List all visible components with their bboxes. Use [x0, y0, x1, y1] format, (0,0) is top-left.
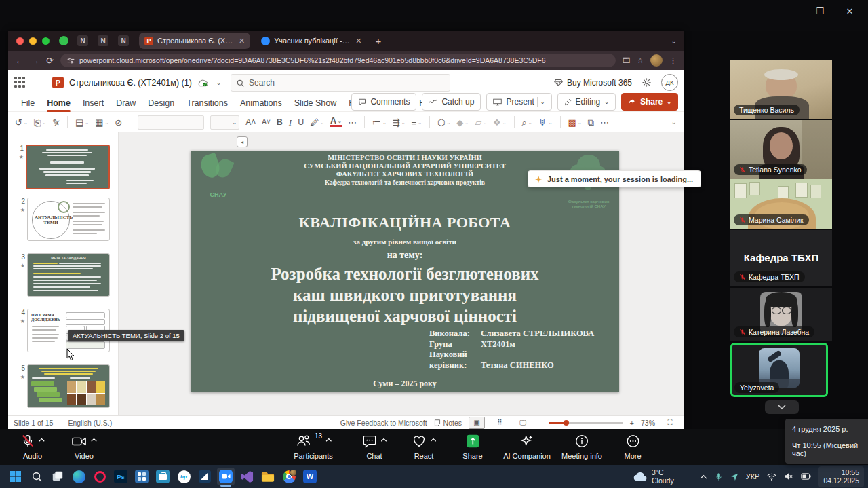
zoom-slider[interactable] [549, 422, 623, 424]
more-commands-button[interactable]: ⋯ [600, 118, 609, 127]
catch-up-button[interactable]: Catch up [422, 93, 481, 111]
zoom-level[interactable]: 73% [641, 419, 655, 427]
audio-options-chevron-icon[interactable] [39, 438, 45, 442]
new-tab-button[interactable]: + [375, 35, 381, 47]
present-button[interactable]: Present ⌄ [486, 93, 551, 111]
forward-icon[interactable]: → [31, 56, 39, 66]
file-explorer-icon[interactable] [259, 468, 277, 485]
pinned-tab-icon[interactable]: N [118, 35, 129, 46]
close-tab-icon[interactable]: ✕ [239, 37, 245, 45]
tab-zoom[interactable]: Учасник публікації - Zoom ✕ [256, 33, 367, 49]
menu-home[interactable]: Home [41, 95, 77, 111]
zoom-out-button[interactable]: – [538, 419, 542, 427]
photoshop-icon[interactable]: Ps [112, 468, 130, 485]
volume-muted-icon[interactable] [784, 472, 793, 481]
app-launcher-icon[interactable] [14, 77, 26, 89]
minimize-window-icon[interactable]: – [784, 5, 796, 18]
bullets-button[interactable]: ≔⌄ [372, 118, 387, 127]
numbering-button[interactable]: ⇶⌄ [393, 118, 406, 127]
paste-button[interactable]: ⎘⌄ [34, 118, 46, 127]
editing-mode-button[interactable]: Editing ⌄ [557, 93, 616, 111]
pinned-tab-icon[interactable]: N [77, 35, 88, 46]
language-indicator[interactable]: УКР [746, 472, 760, 481]
menu-file[interactable]: File [15, 95, 41, 111]
shrink-font-button[interactable]: A˅ [262, 119, 271, 126]
toolbox-app-icon[interactable] [154, 468, 172, 485]
close-tab-icon[interactable]: ✕ [355, 37, 361, 45]
normal-view-button[interactable]: ▣ [469, 417, 485, 429]
slide-thumbnail-2[interactable]: АКТУАЛЬНІСТЬ ТЕМИ [27, 198, 110, 241]
participants-scroll-down-button[interactable] [765, 400, 799, 414]
zoom-in-button[interactable]: + [630, 419, 634, 427]
menu-animations[interactable]: Animations [234, 95, 288, 111]
dictate-button[interactable]: 🎙⌄ [538, 118, 553, 127]
title-chevron-icon[interactable]: ⌄ [216, 79, 222, 86]
shape-effects-button[interactable]: ❖⌄ [493, 118, 507, 127]
find-button[interactable]: ⌕⌄ [522, 118, 532, 127]
weather-widget[interactable]: 3°C Cloudy [633, 465, 674, 488]
restore-window-icon[interactable]: ❐ [814, 5, 826, 18]
align-button[interactable]: ≡⌄ [412, 118, 422, 127]
close-browser-icon[interactable] [16, 37, 24, 45]
video-options-chevron-icon[interactable] [91, 438, 97, 442]
react-options-chevron-icon[interactable] [431, 438, 437, 442]
opera-icon[interactable] [91, 468, 108, 485]
saved-to-cloud-icon[interactable] [197, 79, 208, 87]
fullscreen-browser-icon[interactable] [42, 37, 50, 45]
shape-outline-button[interactable]: ▱⌄ [475, 118, 487, 127]
browser-traffic-lights[interactable] [16, 37, 50, 45]
participant-tile[interactable]: Кафедра ТБХП Кафедра ТБХП [730, 230, 832, 286]
extension-icon[interactable] [59, 36, 68, 45]
participants-options-chevron-icon[interactable] [326, 438, 332, 442]
document-title[interactable]: Стрельникова Є. (ХТ2401м) (1) [69, 78, 192, 88]
buy-microsoft-365-button[interactable]: Buy Microsoft 365 [554, 78, 632, 88]
visual-studio-icon[interactable] [238, 468, 256, 485]
slide-sorter-view-button[interactable]: ⠿ [492, 417, 508, 429]
battery-icon[interactable] [801, 473, 811, 480]
fit-to-window-button[interactable]: ⛶ [662, 417, 678, 429]
menu-slide-show[interactable]: Slide Show [288, 95, 343, 111]
notes-button[interactable]: Notes [434, 419, 462, 427]
reload-icon[interactable]: ⟳ [46, 56, 54, 66]
participant-tile-active-speaker[interactable]: Yelyzaveta [730, 343, 828, 397]
slide-thumbnail-5[interactable] [27, 364, 110, 408]
highlight-button[interactable]: 🖉⌄ [310, 118, 324, 127]
slide-thumbnail-3[interactable]: МЕТА ТА ЗАВДАННЯ [27, 253, 110, 297]
menu-design[interactable]: Design [142, 95, 180, 111]
pinned-tab-icon[interactable]: N [98, 35, 108, 46]
start-button[interactable] [7, 468, 24, 485]
slideshow-view-button[interactable]: 🖵 [515, 417, 531, 429]
taskbar-clock[interactable]: 10:55 04.12.2025 [818, 466, 864, 487]
menu-transitions[interactable]: Transitions [180, 95, 234, 111]
task-view-icon[interactable] [49, 468, 66, 485]
edge-icon[interactable] [70, 468, 87, 485]
hp-icon[interactable]: hp [175, 468, 193, 485]
hidden-icons-chevron-icon[interactable] [700, 474, 707, 479]
close-window-icon[interactable]: ✕ [844, 5, 856, 18]
reuse-slides-button[interactable]: ⧉ [588, 118, 594, 127]
hide-slide-button[interactable]: ⊘ [115, 118, 122, 127]
shapes-button[interactable]: ⬡⌄ [437, 118, 450, 127]
translate-icon[interactable]: 🗔 [623, 56, 630, 64]
scanner-app-icon[interactable] [196, 468, 214, 485]
new-slide-button[interactable]: ▤⌄ [75, 118, 89, 127]
tab-search-chevron-icon[interactable]: ⌄ [671, 37, 677, 45]
taskbar-search-icon[interactable] [28, 468, 45, 485]
chat-options-chevron-icon[interactable] [381, 438, 387, 442]
address-bar[interactable]: powerpoint.cloud.microsoft/open/onedrive… [60, 54, 616, 67]
collapse-thumbnails-button[interactable]: ◂ [237, 136, 248, 147]
word-icon[interactable]: W [301, 468, 319, 485]
account-avatar[interactable]: ДК [661, 74, 678, 91]
tray-mic-icon[interactable] [715, 472, 723, 481]
feedback-link[interactable]: Give Feedback to Microsoft [340, 419, 427, 427]
format-painter-button[interactable]: ✎̷ [52, 118, 60, 127]
meeting-info-button[interactable]: Meeting info [561, 434, 602, 460]
undo-button[interactable]: ↺⌄ [15, 118, 28, 127]
browser-menu-icon[interactable]: ⋮ [669, 56, 677, 65]
participant-tile[interactable]: Марина Самілик [730, 179, 832, 229]
more-font-options-button[interactable]: ⋯ [348, 118, 357, 127]
participant-tile[interactable]: Катерина Лазебна [730, 288, 832, 341]
bold-button[interactable]: B [277, 118, 283, 127]
layout-button[interactable]: ▦⌄ [95, 118, 108, 127]
tray-location-icon[interactable] [730, 472, 738, 481]
